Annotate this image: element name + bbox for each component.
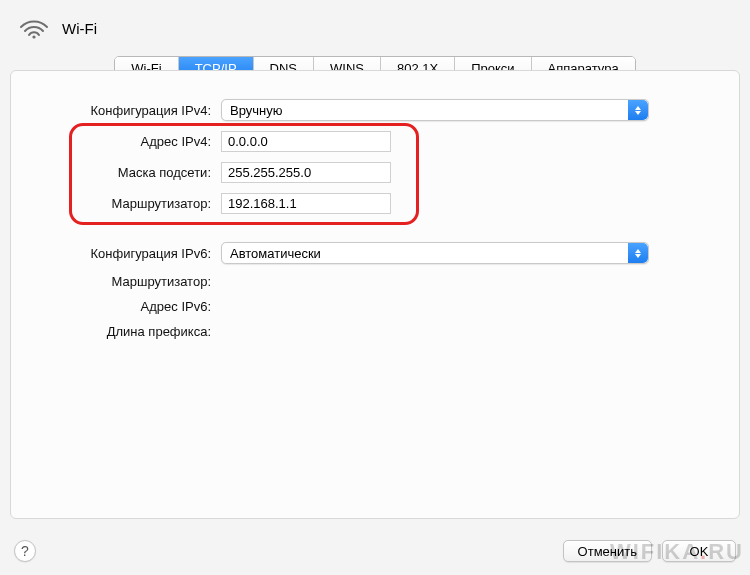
label-ipv4-address: Адрес IPv4: xyxy=(11,134,211,149)
row-ipv4-address: Адрес IPv4: xyxy=(11,131,739,152)
window-header: Wi-Fi xyxy=(0,0,750,52)
updown-arrows-icon xyxy=(628,100,648,120)
label-ipv6-router: Маршрутизатор: xyxy=(11,274,211,289)
row-ipv4-router: Маршрутизатор: xyxy=(11,193,739,214)
cancel-button[interactable]: Отменить xyxy=(563,540,652,562)
row-ipv6-config: Конфигурация IPv6: Автоматически xyxy=(11,242,739,264)
select-ipv4-config[interactable]: Вручную xyxy=(221,99,649,121)
settings-panel: Конфигурация IPv4: Вручную Адрес IPv4: М… xyxy=(10,70,740,519)
label-ipv4-router: Маршрутизатор: xyxy=(11,196,211,211)
select-ipv6-config-value: Автоматически xyxy=(230,246,321,261)
label-ipv6-address: Адрес IPv6: xyxy=(11,299,211,314)
svg-point-0 xyxy=(32,35,35,38)
label-subnet-mask: Маска подсети: xyxy=(11,165,211,180)
row-ipv6-address: Адрес IPv6: xyxy=(11,299,739,314)
form-area: Конфигурация IPv4: Вручную Адрес IPv4: М… xyxy=(11,99,739,339)
select-ipv6-config[interactable]: Автоматически xyxy=(221,242,649,264)
input-subnet-mask[interactable] xyxy=(221,162,391,183)
label-ipv4-config: Конфигурация IPv4: xyxy=(11,103,211,118)
row-ipv6-router: Маршрутизатор: xyxy=(11,274,739,289)
select-ipv4-config-value: Вручную xyxy=(230,103,282,118)
label-prefix-length: Длина префикса: xyxy=(11,324,211,339)
wifi-icon xyxy=(18,16,50,40)
footer: ? Отменить OK xyxy=(0,527,750,575)
ok-button[interactable]: OK xyxy=(662,540,736,562)
row-prefix-length: Длина префикса: xyxy=(11,324,739,339)
updown-arrows-icon xyxy=(628,243,648,263)
row-ipv4-config: Конфигурация IPv4: Вручную xyxy=(11,99,739,121)
label-ipv6-config: Конфигурация IPv6: xyxy=(11,246,211,261)
header-title: Wi-Fi xyxy=(62,20,97,37)
input-ipv4-address[interactable] xyxy=(221,131,391,152)
network-tcpip-window: Wi-Fi Wi-Fi TCP/IP DNS WINS 802.1X Прокс… xyxy=(0,0,750,575)
row-subnet-mask: Маска подсети: xyxy=(11,162,739,183)
input-ipv4-router[interactable] xyxy=(221,193,391,214)
help-button[interactable]: ? xyxy=(14,540,36,562)
